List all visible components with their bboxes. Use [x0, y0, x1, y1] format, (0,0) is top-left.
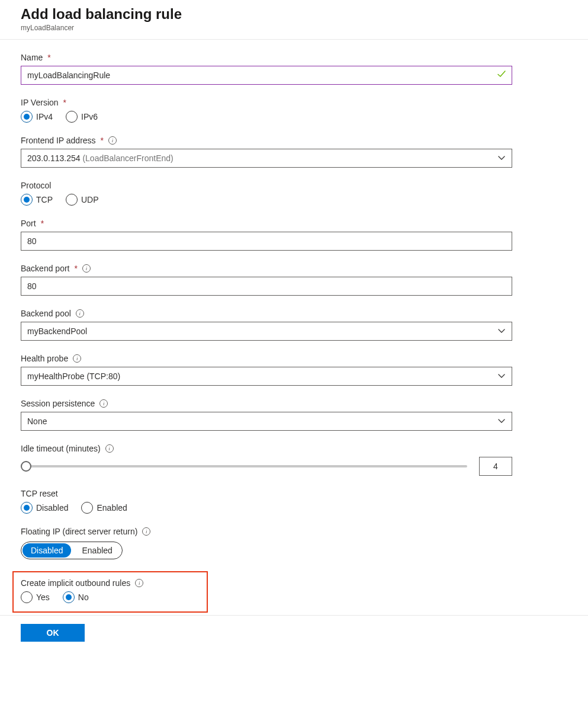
idle-timeout-label: Idle timeout (minutes) — [21, 444, 101, 453]
tcp-reset-label: TCP reset — [21, 489, 58, 498]
info-icon[interactable]: i — [76, 309, 84, 318]
health-probe-value: myHealthProbe (TCP:80) — [27, 371, 120, 381]
field-frontend-ip: Frontend IP address * i 203.0.113.254 (L… — [21, 136, 512, 168]
chevron-down-icon — [497, 417, 506, 427]
footer: OK — [0, 615, 588, 650]
radio-label: Yes — [36, 592, 50, 602]
radio-icon — [81, 502, 93, 514]
field-port: Port * — [21, 219, 512, 251]
slider-thumb-icon[interactable] — [21, 461, 31, 472]
frontend-ip-select[interactable]: 203.0.113.254 (LoadBalancerFrontEnd) — [21, 149, 512, 168]
radio-icon — [21, 502, 33, 514]
required-marker: * — [41, 219, 44, 228]
info-icon[interactable]: i — [135, 579, 143, 587]
chevron-down-icon — [497, 153, 506, 164]
health-probe-label: Health probe — [21, 354, 68, 363]
idle-timeout-slider[interactable] — [21, 465, 467, 467]
required-marker: * — [75, 264, 78, 273]
session-persistence-select[interactable]: None — [21, 412, 512, 431]
frontend-ip-label: Frontend IP address — [21, 136, 96, 145]
chevron-down-icon — [497, 371, 506, 382]
name-label: Name — [21, 53, 43, 62]
radio-label: No — [78, 592, 89, 602]
protocol-tcp[interactable]: TCP — [21, 194, 53, 206]
info-icon[interactable]: i — [105, 444, 114, 453]
check-icon — [497, 69, 506, 81]
field-tcp-reset: TCP reset Disabled Enabled — [21, 489, 512, 514]
page-subtitle: myLoadBalancer — [21, 24, 567, 32]
required-marker: * — [101, 136, 104, 145]
info-icon[interactable]: i — [73, 354, 81, 363]
idle-timeout-value[interactable]: 4 — [479, 457, 512, 476]
port-input[interactable] — [21, 232, 512, 251]
info-icon[interactable]: i — [142, 527, 150, 536]
backend-pool-select[interactable]: myBackendPool — [21, 322, 512, 341]
highlight-implicit-outbound: Create implicit outbound rules i Yes No — [12, 571, 208, 613]
session-persistence-label: Session persistence — [21, 399, 95, 408]
radio-icon — [66, 194, 78, 206]
radio-label: UDP — [81, 195, 99, 204]
floating-ip-enabled[interactable]: Enabled — [72, 542, 121, 559]
field-ip-version: IP Version * IPv4 IPv6 — [21, 98, 512, 123]
required-marker: * — [63, 98, 66, 107]
info-icon[interactable]: i — [82, 264, 91, 273]
protocol-label: Protocol — [21, 181, 51, 190]
radio-label: Enabled — [97, 503, 127, 513]
port-label: Port — [21, 219, 36, 228]
backend-pool-label: Backend pool — [21, 309, 71, 318]
radio-icon — [66, 111, 78, 123]
backend-pool-value: myBackendPool — [27, 326, 87, 336]
ip-version-ipv6[interactable]: IPv6 — [66, 111, 98, 123]
floating-ip-label: Floating IP (direct server return) — [21, 527, 137, 536]
ok-button[interactable]: OK — [21, 624, 85, 642]
backend-port-label: Backend port — [21, 264, 70, 273]
field-protocol: Protocol TCP UDP — [21, 181, 512, 206]
radio-icon — [21, 111, 33, 123]
page-header: Add load balancing rule myLoadBalancer — [0, 0, 588, 40]
required-marker: * — [47, 53, 50, 62]
info-icon[interactable]: i — [99, 399, 108, 408]
chevron-down-icon — [497, 326, 506, 337]
field-name: Name * — [21, 53, 512, 85]
frontend-ip-value: 203.0.113.254 — [27, 153, 81, 163]
tcp-reset-enabled[interactable]: Enabled — [81, 502, 127, 514]
info-icon[interactable]: i — [108, 136, 117, 145]
tcp-reset-disabled[interactable]: Disabled — [21, 502, 68, 514]
implicit-outbound-label: Create implicit outbound rules — [21, 578, 130, 588]
frontend-ip-hint: (LoadBalancerFrontEnd) — [82, 153, 173, 163]
radio-label: TCP — [36, 195, 53, 204]
radio-label: IPv4 — [36, 112, 53, 121]
field-session-persistence: Session persistence i None — [21, 399, 512, 431]
implicit-outbound-no[interactable]: No — [63, 591, 89, 603]
field-floating-ip: Floating IP (direct server return) i Dis… — [21, 527, 512, 559]
radio-icon — [63, 591, 75, 603]
field-backend-port: Backend port * i — [21, 264, 512, 296]
protocol-udp[interactable]: UDP — [66, 194, 99, 206]
field-backend-pool: Backend pool i myBackendPool — [21, 309, 512, 341]
session-persistence-value: None — [27, 417, 47, 426]
backend-port-input[interactable] — [21, 277, 512, 296]
implicit-outbound-yes[interactable]: Yes — [21, 591, 50, 603]
form-body: Name * IP Version * IPv4 IPv6 — [0, 40, 588, 613]
field-idle-timeout: Idle timeout (minutes) i 4 — [21, 444, 512, 476]
field-health-probe: Health probe i myHealthProbe (TCP:80) — [21, 354, 512, 386]
name-input[interactable] — [21, 66, 512, 85]
radio-icon — [21, 194, 33, 206]
ip-version-label: IP Version — [21, 98, 59, 107]
radio-label: Disabled — [36, 503, 68, 513]
radio-label: IPv6 — [81, 112, 98, 121]
health-probe-select[interactable]: myHealthProbe (TCP:80) — [21, 367, 512, 386]
ip-version-ipv4[interactable]: IPv4 — [21, 111, 53, 123]
page-title: Add load balancing rule — [21, 6, 567, 23]
floating-ip-toggle[interactable]: Disabled Enabled — [21, 542, 123, 559]
radio-icon — [21, 591, 33, 603]
floating-ip-disabled[interactable]: Disabled — [23, 543, 71, 558]
